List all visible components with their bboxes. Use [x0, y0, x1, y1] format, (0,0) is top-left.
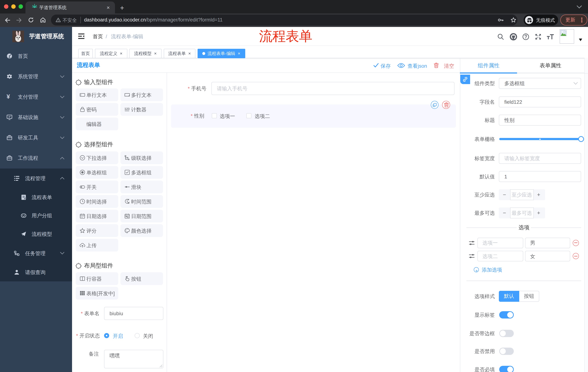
svg-text:123: 123	[125, 107, 129, 111]
